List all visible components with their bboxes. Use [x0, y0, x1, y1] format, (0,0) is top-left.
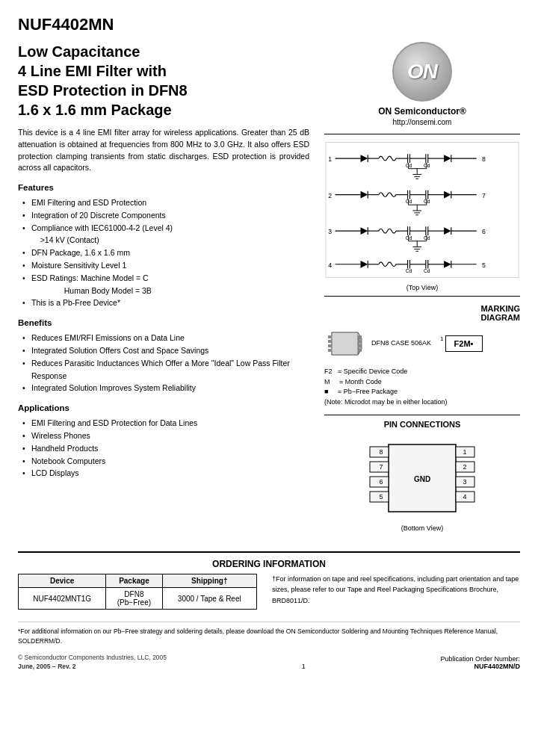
product-title: Low Capacitance 4 Line EMI Filter with E… — [18, 42, 309, 120]
features-title: Features — [18, 183, 309, 192]
pin-connections-title: PIN CONNECTIONS — [324, 420, 520, 429]
table-cell-device: NUF4402MNT1G — [19, 588, 106, 610]
applications-section: Applications EMI Filtering and ESD Prote… — [18, 403, 309, 480]
features-section: Features EMI Filtering and ESD Protectio… — [18, 183, 309, 309]
page-number: 1 — [302, 663, 306, 670]
pin-connections-section: PIN CONNECTIONS GND 8 7 6 5 — [324, 415, 520, 532]
application-item: LCD Displays — [21, 467, 309, 480]
svg-text:Cd: Cd — [424, 235, 430, 241]
pin-diagram-svg: GND 8 7 6 5 1 2 3 — [347, 433, 497, 523]
ordering-notes: †For information on tape and reel specif… — [272, 574, 520, 614]
svg-rect-100 — [328, 335, 332, 338]
svg-marker-29 — [361, 191, 368, 199]
feature-item: DFN Package, 1.6 x 1.6 mm — [21, 247, 309, 259]
svg-marker-17 — [444, 155, 451, 162]
svg-text:4: 4 — [463, 493, 466, 501]
benefit-item: Integrated Solution Offers Cost and Spac… — [21, 344, 309, 357]
svg-text:1: 1 — [328, 155, 332, 163]
svg-marker-79 — [361, 261, 368, 268]
chip-case-label: DFN8 CASE 506AK — [371, 338, 431, 349]
footer-copyright: © Semiconductor Components Industries, L… — [18, 654, 167, 661]
marking-content: DFN8 CASE 506AK 1 F2M• — [324, 325, 520, 362]
top-view-label: (Top View) — [324, 284, 520, 291]
benefits-list: Reduces EMI/RFI Emissions on a Data Line… — [18, 332, 309, 394]
description-text: This device is a 4 line EMI filter array… — [18, 127, 309, 174]
marking-notes: F2 = Specific Device Code M = Month Code… — [324, 367, 520, 407]
on-logo-text: ON — [407, 60, 437, 84]
svg-marker-99 — [332, 332, 358, 355]
circuit-svg: 1 Cd — [324, 139, 520, 281]
company-name: ON Semiconductor® — [324, 106, 520, 117]
svg-text:3: 3 — [463, 478, 466, 486]
svg-text:3: 3 — [328, 228, 332, 235]
marking-title: MARKINGDIAGRAM — [324, 304, 520, 322]
feature-item: ESD Ratings: Machine Model = C Human Bod… — [21, 272, 309, 297]
application-item: EMI Filtering and ESD Protection for Dat… — [21, 417, 309, 430]
application-item: Wireless Phones — [21, 430, 309, 442]
svg-text:Cd: Cd — [406, 268, 412, 273]
svg-text:6: 6 — [482, 228, 486, 235]
footer-date: June, 2005 − Rev. 2 — [18, 663, 167, 670]
bottom-view-label: (Bottom View) — [324, 524, 520, 532]
svg-marker-3 — [361, 155, 368, 162]
svg-text:Cd: Cd — [424, 268, 430, 273]
svg-text:5: 5 — [482, 261, 486, 269]
applications-title: Applications — [18, 403, 309, 412]
svg-marker-54 — [361, 227, 368, 235]
svg-rect-101 — [328, 340, 332, 343]
svg-marker-92 — [444, 261, 451, 268]
marking-diagram-section: MARKINGDIAGRAM — [324, 304, 520, 407]
table-cell-shipping: 3000 / Tape & Reel — [162, 588, 256, 610]
marking-box: F2M• — [445, 335, 483, 352]
svg-text:Cd: Cd — [406, 163, 412, 168]
svg-text:5: 5 — [379, 493, 383, 501]
svg-text:4: 4 — [328, 261, 332, 269]
publication-order: Publication Order Number: NUF4402MN/D — [440, 655, 520, 670]
ordering-table: Device Package Shipping† NUF4402MNT1G DF… — [18, 574, 257, 610]
feature-item: Compliance with IEC61000‑4‑2 (Level 4) >… — [21, 222, 309, 247]
on-logo: ON — [392, 42, 452, 102]
svg-text:Cd: Cd — [406, 235, 412, 241]
table-cell-package: DFN8(Pb−Free) — [106, 588, 162, 610]
ordering-section: ORDERING INFORMATION Device Package Ship… — [18, 551, 520, 614]
footnote: *For additional information on our Pb−Fr… — [18, 622, 520, 646]
chip-3d-svg — [324, 325, 365, 362]
svg-text:Cd: Cd — [424, 163, 430, 168]
feature-item: This is a Pb‑Free Device* — [21, 297, 309, 309]
svg-rect-102 — [328, 344, 332, 347]
footer: © Semiconductor Components Industries, L… — [18, 654, 520, 670]
feature-item: EMI Filtering and ESD Protection — [21, 196, 309, 209]
application-item: Notebook Computers — [21, 455, 309, 468]
svg-text:2: 2 — [328, 192, 332, 199]
svg-text:Cd: Cd — [406, 199, 412, 204]
svg-rect-107 — [358, 349, 362, 352]
table-header-package: Package — [106, 574, 162, 588]
svg-marker-67 — [444, 227, 451, 235]
marking-pin1: 1 — [440, 335, 443, 342]
table-row: NUF4402MNT1G DFN8(Pb−Free) 3000 / Tape &… — [19, 588, 257, 610]
svg-text:GND: GND — [414, 475, 430, 483]
svg-marker-42 — [444, 191, 451, 199]
website: http://onsemi.com — [324, 118, 520, 126]
svg-rect-0 — [326, 143, 519, 277]
svg-rect-105 — [358, 340, 362, 343]
benefit-item: Integrated Solution Improves System Reli… — [21, 382, 309, 394]
svg-text:1: 1 — [463, 448, 466, 456]
svg-rect-104 — [358, 335, 362, 338]
benefits-section: Benefits Reduces EMI/RFI Emissions on a … — [18, 318, 309, 394]
circuit-diagram-section: 1 Cd — [324, 134, 520, 297]
benefit-item: Reduces EMI/RFI Emissions on a Data Line — [21, 332, 309, 344]
svg-text:Cd: Cd — [424, 199, 430, 204]
table-header-shipping: Shipping† — [162, 574, 256, 588]
applications-list: EMI Filtering and ESD Protection for Dat… — [18, 417, 309, 480]
application-item: Handheld Products — [21, 442, 309, 455]
svg-text:2: 2 — [463, 463, 466, 471]
svg-text:8: 8 — [482, 155, 486, 163]
svg-text:7: 7 — [482, 192, 486, 199]
svg-rect-103 — [328, 349, 332, 352]
on-semi-logo-container: ON ON Semiconductor® http://onsemi.com — [324, 42, 520, 126]
features-list: EMI Filtering and ESD Protection Integra… — [18, 196, 309, 309]
benefit-item: Reduces Parasitic Inductances Which Offe… — [21, 357, 309, 382]
feature-item: Moisture Sensitivity Level 1 — [21, 259, 309, 272]
svg-text:8: 8 — [379, 448, 383, 456]
